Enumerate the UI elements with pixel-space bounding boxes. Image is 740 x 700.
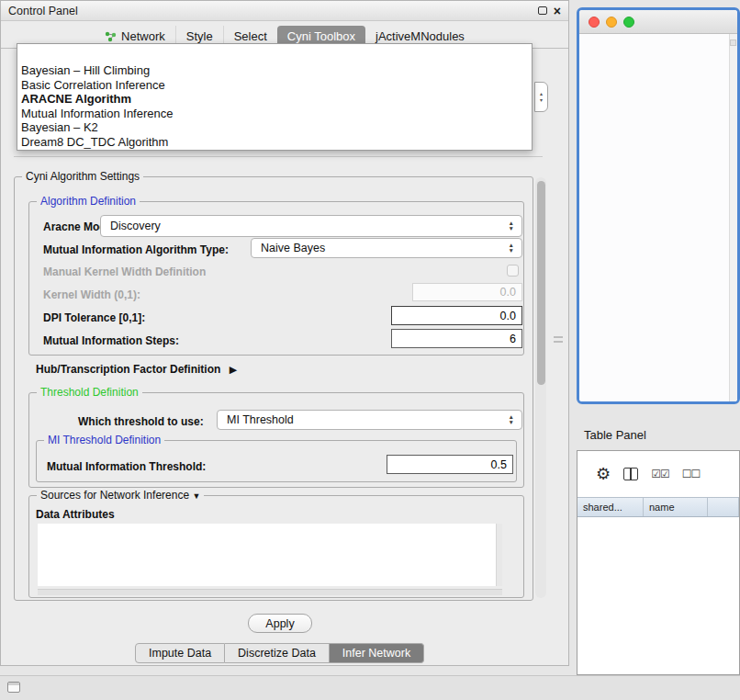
network-canvas[interactable] xyxy=(579,34,737,401)
tab-infer-network[interactable]: Infer Network xyxy=(330,643,424,663)
table-panel-window: ⚙ ☑☑ ☐☐ shared... name xyxy=(577,450,740,675)
mi-steps-label: Mutual Information Steps: xyxy=(43,334,179,347)
table-toolbar: ⚙ ☑☑ ☐☐ xyxy=(577,451,739,497)
network-scrollbar[interactable] xyxy=(729,34,737,401)
close-icon[interactable]: × xyxy=(554,5,561,17)
algorithm-option[interactable]: ARACNE Algorithm xyxy=(17,92,532,107)
group-title: Cyni Algorithm Settings xyxy=(22,170,143,183)
dropdown-placeholder xyxy=(17,46,532,63)
kernel-width-field[interactable]: 0.0 xyxy=(412,283,522,301)
mi-type-value: Naive Bayes xyxy=(261,242,325,254)
tab-label: Style xyxy=(186,29,213,43)
manual-kernel-label: Manual Kernel Width Definition xyxy=(43,265,206,278)
window-title: Control Panel xyxy=(8,5,78,17)
network-scrollbar-button[interactable] xyxy=(730,40,736,46)
table-body xyxy=(577,517,739,674)
select-all-checkboxes-icon[interactable]: ☑☑ xyxy=(651,468,669,480)
columns-icon[interactable] xyxy=(623,468,638,480)
group-title: MI Threshold Definition xyxy=(44,434,164,446)
tab-label: jActiveMNodules xyxy=(376,29,465,43)
tab-label: Select xyxy=(234,29,267,43)
tab-label: Cyni Toolbox xyxy=(287,29,355,43)
kernel-width-label: Kernel Width (0,1): xyxy=(43,288,140,301)
float-window-icon[interactable] xyxy=(538,6,547,15)
mi-threshold-label: Mutual Information Threshold: xyxy=(47,460,206,473)
aracne-mode-select[interactable]: Discovery ▲▼ xyxy=(100,215,522,237)
mi-type-select[interactable]: Naive Bayes ▲▼ xyxy=(251,238,522,258)
data-attributes-list[interactable] xyxy=(38,524,502,586)
minimize-traffic-light[interactable] xyxy=(606,17,617,28)
attributes-vertical-scrollbar[interactable] xyxy=(496,524,502,586)
settings-scrollbar-thumb[interactable] xyxy=(537,181,545,385)
splitter-grip[interactable] xyxy=(554,333,563,346)
deselect-all-checkboxes-icon[interactable]: ☐☐ xyxy=(682,468,701,480)
algorithm-option[interactable]: Basic Correlation Inference xyxy=(17,78,532,93)
mi-threshold-field[interactable]: 0.5 xyxy=(387,455,513,474)
combo-arrows-icon: ▲▼ xyxy=(509,243,514,254)
mi-type-label: Mutual Information Algorithm Type: xyxy=(43,243,229,256)
sources-title: Sources for Network Inference xyxy=(40,489,189,502)
network-svg xyxy=(579,34,729,401)
algorithm-combo-stepper-fragment[interactable]: ▴▾ xyxy=(534,82,548,112)
group-title: Algorithm Definition xyxy=(37,195,140,208)
combo-arrows-icon: ▲▼ xyxy=(509,414,514,425)
aracne-mode-value: Discovery xyxy=(110,220,161,232)
which-threshold-select[interactable]: MI Threshold ▲▼ xyxy=(217,410,522,430)
status-bar xyxy=(0,675,740,700)
tab-label: Network xyxy=(121,29,165,43)
combo-arrows-icon: ▲▼ xyxy=(509,220,514,231)
group-title: Threshold Definition xyxy=(37,386,142,399)
kernel-width-value: 0.0 xyxy=(500,286,516,299)
mi-threshold-value: 0.5 xyxy=(491,458,507,471)
zoom-traffic-light[interactable] xyxy=(623,17,634,28)
attributes-horizontal-scrollbar[interactable] xyxy=(38,589,502,595)
close-traffic-light[interactable] xyxy=(589,17,600,28)
dpi-tolerance-label: DPI Tolerance [0,1]: xyxy=(43,311,145,324)
algorithm-option[interactable]: Bayesian – K2 xyxy=(17,120,532,135)
table-header: shared... name xyxy=(577,497,739,517)
dpi-tolerance-value: 0.0 xyxy=(500,310,516,322)
apply-button[interactable]: Apply xyxy=(248,614,312,633)
panel-dock-icon[interactable] xyxy=(7,682,20,693)
network-icon xyxy=(105,30,117,42)
which-threshold-value: MI Threshold xyxy=(227,413,294,426)
hub-section-label: Hub/Transcription Factor Definition xyxy=(36,363,220,376)
column-header-shared-name[interactable]: shared... xyxy=(577,498,644,516)
algorithm-dropdown-popup: Bayesian – Hill ClimbingBasic Correlatio… xyxy=(17,43,533,151)
manual-kernel-checkbox[interactable] xyxy=(507,265,519,277)
panel-divider-line xyxy=(14,156,543,157)
network-window-titlebar xyxy=(579,10,737,34)
tab-impute-data[interactable]: Impute Data xyxy=(135,643,225,663)
chevron-down-icon: ▼ xyxy=(192,491,200,501)
hub-section-toggle[interactable]: Hub/Transcription Factor Definition ▶ xyxy=(36,363,237,376)
mi-steps-field[interactable]: 6 xyxy=(391,329,522,348)
cyni-mode-tabs: Impute Data Discretize Data Infer Networ… xyxy=(135,643,424,663)
which-threshold-label: Which threshold to use: xyxy=(78,415,204,428)
column-header-name[interactable]: name xyxy=(644,498,708,516)
table-panel-title: Table Panel xyxy=(584,428,646,442)
control-panel-titlebar: Control Panel × xyxy=(1,1,568,21)
gear-icon[interactable]: ⚙ xyxy=(596,466,611,482)
network-view-window xyxy=(577,7,740,404)
sources-section-toggle[interactable]: Sources for Network Inference ▼ xyxy=(37,489,204,502)
algorithm-option[interactable]: Dream8 DC_TDC Algorithm xyxy=(17,135,532,150)
mi-steps-value: 6 xyxy=(510,333,516,345)
tab-discretize-data[interactable]: Discretize Data xyxy=(225,643,330,663)
algorithm-option[interactable]: Mutual Information Inference xyxy=(17,107,532,121)
chevron-right-icon: ▶ xyxy=(230,364,237,375)
dpi-tolerance-field[interactable]: 0.0 xyxy=(391,306,522,325)
algorithm-option-list: Bayesian – Hill ClimbingBasic Correlatio… xyxy=(17,63,532,150)
algorithm-option[interactable]: Bayesian – Hill Climbing xyxy=(17,63,532,78)
column-header-extra[interactable] xyxy=(708,498,739,516)
data-attributes-label: Data Attributes xyxy=(36,508,115,521)
